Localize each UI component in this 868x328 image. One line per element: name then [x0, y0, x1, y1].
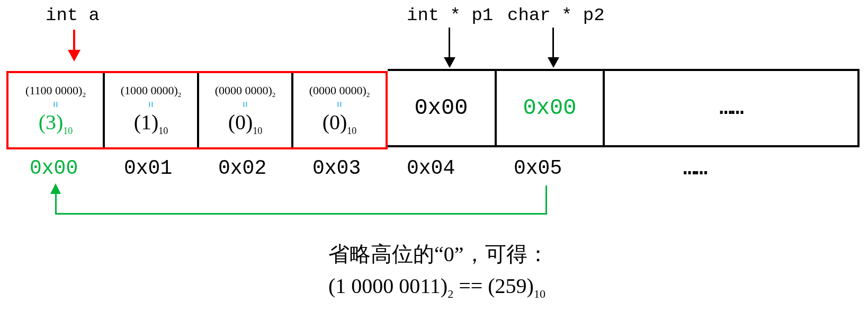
arrow-int-a-icon: [73, 30, 75, 50]
byte1-bin: (1000 0000): [121, 84, 178, 97]
p2-cell: 0x00: [495, 71, 603, 145]
int-a-bytes-group: (1100 0000)2 = (3)10 (1000 0000)2 = (1)1…: [6, 71, 388, 149]
byte3-bin: (0000 0000): [309, 84, 366, 97]
byte1-dec-base: 10: [158, 126, 168, 136]
byte0-bin: (1100 0000): [25, 84, 82, 97]
equals-icon: =: [241, 101, 249, 107]
addr-4: 0x04: [407, 157, 455, 180]
memory-row: (1100 0000)2 = (3)10 (1000 0000)2 = (1)1…: [6, 71, 860, 149]
byte0-bin-base: 2: [82, 91, 86, 99]
arrow-p1-head-icon: [444, 57, 455, 68]
byte3-dec: (0): [323, 110, 347, 134]
byte-cell-0: (1100 0000)2 = (3)10: [8, 73, 103, 147]
addr-ellipsis: ……: [683, 157, 706, 181]
equals-icon: =: [147, 101, 155, 107]
equals-icon: =: [52, 101, 59, 107]
byte2-dec: (0): [228, 110, 253, 134]
byte3-dec-base: 10: [347, 126, 356, 136]
pointer-arrow-head-icon: [50, 183, 61, 194]
addr-2: 0x02: [218, 157, 266, 180]
addr-5: 0x05: [514, 157, 562, 180]
addr-1: 0x01: [124, 157, 172, 180]
addr-3: 0x03: [312, 157, 361, 180]
byte-cell-3: (0000 0000)2 = (0)10: [291, 73, 386, 147]
addr-0: 0x00: [30, 157, 78, 180]
byte2-dec-base: 10: [253, 126, 262, 136]
arrow-int-a-head-icon: [68, 50, 80, 61]
label-int-p1: int * p1: [407, 5, 493, 25]
byte1-dec: (1): [134, 110, 159, 134]
footnote-dec: == (259): [453, 274, 534, 298]
pointer-arrow-v2-icon: [55, 194, 57, 214]
p1-cell: 0x00: [388, 71, 495, 145]
equals-icon: =: [336, 101, 343, 107]
ellipsis-cell: ……: [603, 71, 857, 145]
byte3-bin-base: 2: [366, 91, 370, 99]
byte-cell-2: (0000 0000)2 = (0)10: [197, 73, 291, 147]
byte-cell-1: (1000 0000)2 = (1)10: [103, 73, 197, 147]
pointer-cells-group: 0x00 0x00 ……: [388, 69, 860, 147]
footnote-dec-base: 10: [534, 287, 545, 300]
byte2-bin-base: 2: [272, 91, 276, 99]
footnote: 省略高位的“0”，可得： (1 0000 0011)2 == (259)10: [328, 238, 549, 303]
byte2-bin: (0000 0000): [215, 84, 272, 97]
arrow-p1-icon: [449, 28, 450, 57]
footnote-bin: (1 0000 0011): [328, 274, 448, 298]
byte0-dec: (3): [39, 110, 64, 134]
arrow-p2-icon: [552, 28, 554, 57]
footnote-bin-base: 2: [448, 287, 453, 300]
byte1-bin-base: 2: [178, 91, 182, 99]
label-int-a: int a: [46, 5, 100, 25]
footnote-line1: 省略高位的“0”，可得：: [328, 238, 549, 270]
label-char-p2: char * p2: [507, 5, 605, 25]
pointer-arrow-h-icon: [55, 213, 547, 215]
footnote-line2: (1 0000 0011)2 == (259)10: [328, 270, 549, 303]
arrow-p2-head-icon: [548, 57, 559, 68]
byte0-dec-base: 10: [63, 126, 73, 136]
pointer-arrow-v1-icon: [545, 185, 547, 214]
